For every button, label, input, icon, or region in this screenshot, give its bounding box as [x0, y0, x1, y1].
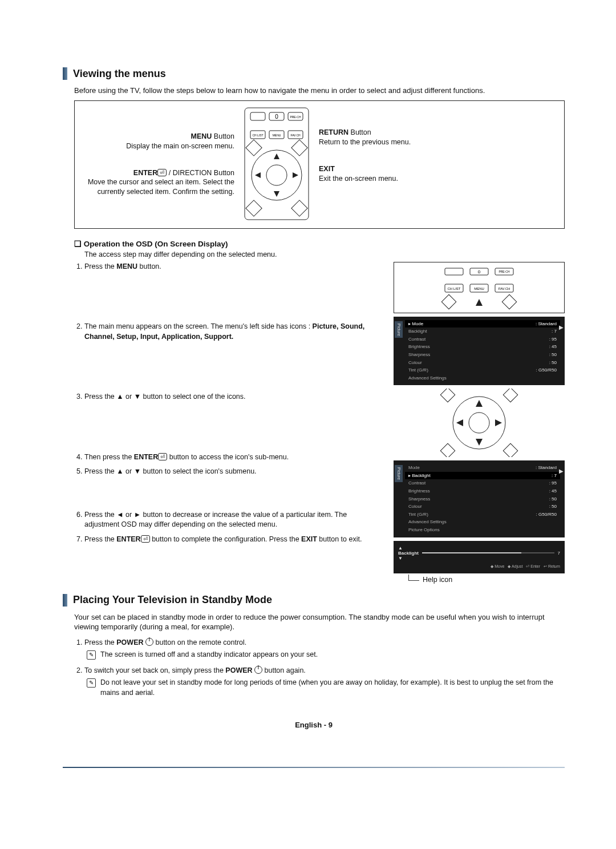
- section-heading-standby: Placing Your Television in Standby Mode: [63, 594, 565, 607]
- svg-text:FAV.CH: FAV.CH: [290, 134, 301, 137]
- side-illustrations: 0 PRE-CH CH LIST MENU FAV.CH Picture ▶: [394, 262, 565, 584]
- svg-marker-34: [476, 299, 483, 306]
- standby-step: To switch your set back on, simply press…: [84, 665, 565, 698]
- svg-rect-21: [445, 268, 463, 275]
- osd-step: Press the ▲ or ▼ button to select one of…: [84, 392, 383, 402]
- heading-bar-icon: [63, 67, 67, 80]
- svg-text:0: 0: [275, 114, 278, 120]
- mini-remote-top: 0 PRE-CH CH LIST MENU FAV.CH: [394, 262, 565, 313]
- svg-rect-44: [503, 444, 517, 458]
- svg-marker-38: [476, 439, 483, 446]
- heading-viewing-menus: Viewing the menus: [73, 68, 166, 80]
- svg-text:MENU: MENU: [474, 287, 484, 290]
- osd-step: Press the MENU button.: [84, 262, 383, 272]
- svg-marker-37: [476, 400, 483, 407]
- prech-label: PRE-CH: [290, 115, 301, 119]
- svg-text:CH LIST: CH LIST: [447, 287, 460, 290]
- remote-illustration: 0 PRE-CH CH LIST MENU FAV.CH: [242, 107, 311, 223]
- standby-intro: Your set can be placed in standby mode i…: [74, 612, 565, 632]
- mini-remote-dpad: [394, 389, 565, 457]
- enter-icon: ⏎: [141, 535, 150, 543]
- svg-text:MENU: MENU: [273, 134, 281, 137]
- osd-step: Then press the ENTER⏎ button to access t…: [84, 452, 383, 463]
- footer-rule: [63, 767, 565, 768]
- enter-icon: ⏎: [158, 453, 167, 460]
- standby-steps-list: Press the POWER button on the remote con…: [74, 637, 565, 698]
- svg-text:PRE-CH: PRE-CH: [499, 270, 510, 273]
- note-icon: ✎: [87, 678, 96, 688]
- svg-point-36: [469, 413, 489, 433]
- enter-icon: ⏎: [157, 169, 167, 176]
- osd-slider: ▲Backlight▼ 7 ◆ Move◆ Adjust⏎ Enter↩ Ret…: [394, 541, 565, 573]
- osd-subtext: The access step may differ depending on …: [84, 250, 565, 258]
- svg-marker-39: [456, 419, 463, 426]
- osd-step: The main menu appears on the screen. The…: [84, 322, 383, 342]
- exit-button-callout: EXIT Exit the on-screen menu.: [319, 164, 557, 184]
- osd-screenshot-2: Picture ▶ Mode: Standard▸ Backlight: 7Co…: [394, 460, 565, 537]
- svg-text:CH LIST: CH LIST: [252, 134, 263, 137]
- osd-subheading: Operation the OSD (On Screen Display): [74, 239, 565, 248]
- osd-step: Press the ◄ or ► button to decrease or i…: [84, 510, 383, 530]
- svg-rect-32: [441, 294, 456, 309]
- svg-rect-41: [440, 389, 455, 402]
- return-button-callout: RETURN Button Return to the previous men…: [319, 128, 557, 147]
- enter-button-callout: ENTER⏎ / DIRECTION Button Move the curso…: [82, 168, 234, 197]
- menu-button-callout: MENU Button Display the main on-screen m…: [82, 132, 234, 151]
- osd-step: Press the ▲ or ▼ button to select the ic…: [84, 467, 383, 477]
- help-icon-label: Help icon: [408, 576, 565, 584]
- heading-bar-icon: [63, 594, 67, 607]
- power-icon: [145, 638, 153, 646]
- osd-step: Press the ENTER⏎ button to complete the …: [84, 535, 383, 545]
- svg-rect-42: [503, 389, 517, 402]
- note-icon: ✎: [87, 650, 96, 660]
- page-footer: English - 9: [63, 721, 565, 729]
- osd-steps-list: Press the MENU button.The main menu appe…: [74, 262, 383, 545]
- svg-text:0: 0: [478, 269, 481, 274]
- heading-standby-mode: Placing Your Television in Standby Mode: [73, 594, 272, 606]
- remote-diagram: MENU Button Display the main on-screen m…: [74, 100, 565, 229]
- osd-screenshot-1: Picture ▶ ▸ Mode: StandardBacklight: 7Co…: [394, 317, 565, 386]
- svg-rect-33: [502, 294, 516, 309]
- section-heading-viewing: Viewing the menus: [63, 67, 565, 80]
- standby-step: Press the POWER button on the remote con…: [84, 637, 565, 660]
- intro-text: Before using the TV, follow the steps be…: [74, 86, 565, 96]
- power-icon: [254, 666, 262, 674]
- svg-rect-43: [440, 444, 455, 458]
- svg-text:FAV.CH: FAV.CH: [499, 287, 510, 290]
- svg-marker-40: [495, 419, 502, 426]
